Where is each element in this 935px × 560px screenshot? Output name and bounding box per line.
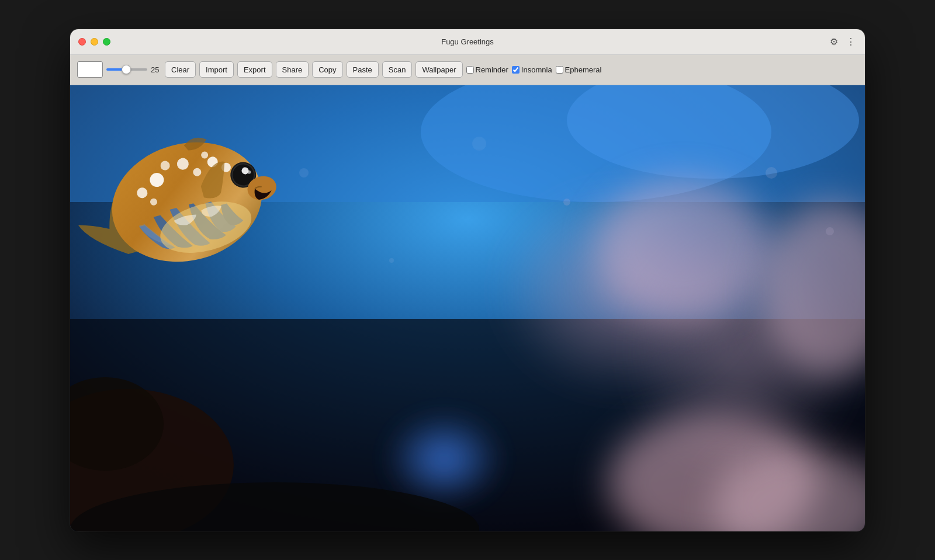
svg-point-7 [596,179,771,319]
export-button[interactable]: Export [237,61,272,78]
paste-button[interactable]: Paste [347,61,379,78]
svg-point-32 [299,168,309,178]
app-window: Fugu Greetings ⚙ ⋮ 25 Clear Import Expor… [70,29,865,531]
ephemeral-checkbox[interactable] [556,66,563,74]
reminder-label: Reminder [476,65,508,74]
copy-button[interactable]: Copy [312,61,342,78]
traffic-lights [78,38,110,46]
titlebar-actions: ⚙ ⋮ [829,35,857,48]
titlebar: Fugu Greetings ⚙ ⋮ [70,29,865,55]
reminder-checkbox[interactable] [466,66,474,74]
close-button[interactable] [78,38,86,46]
size-slider[interactable] [106,68,147,71]
share-button[interactable]: Share [276,61,309,78]
clear-button[interactable]: Clear [165,61,196,78]
slider-value: 25 [151,65,161,74]
insomnia-checkbox[interactable] [512,66,520,74]
ephemeral-checkbox-label[interactable]: Ephemeral [556,65,602,74]
ellipsis-icon[interactable]: ⋮ [845,35,857,48]
fish-scene [70,85,865,531]
window-title: Fugu Greetings [441,37,494,46]
maximize-button[interactable] [103,38,110,46]
svg-point-36 [389,258,394,263]
svg-point-37 [826,227,834,235]
scan-button[interactable]: Scan [382,61,413,78]
minimize-button[interactable] [91,38,98,46]
svg-point-34 [563,199,570,206]
toolbar: 25 Clear Import Export Share Copy Paste … [70,55,865,85]
svg-point-35 [766,167,777,179]
slider-container: 25 [106,65,161,74]
insomnia-label: Insomnia [521,65,552,74]
svg-point-33 [472,137,486,151]
ephemeral-label: Ephemeral [565,65,602,74]
gear-icon[interactable]: ⚙ [829,35,839,48]
canvas-area[interactable] [70,85,865,531]
reminder-checkbox-label[interactable]: Reminder [466,65,508,74]
svg-point-13 [386,412,503,506]
color-swatch[interactable] [77,61,103,78]
wallpaper-button[interactable]: Wallpaper [415,61,462,78]
import-button[interactable]: Import [199,61,234,78]
insomnia-checkbox-label[interactable]: Insomnia [512,65,552,74]
